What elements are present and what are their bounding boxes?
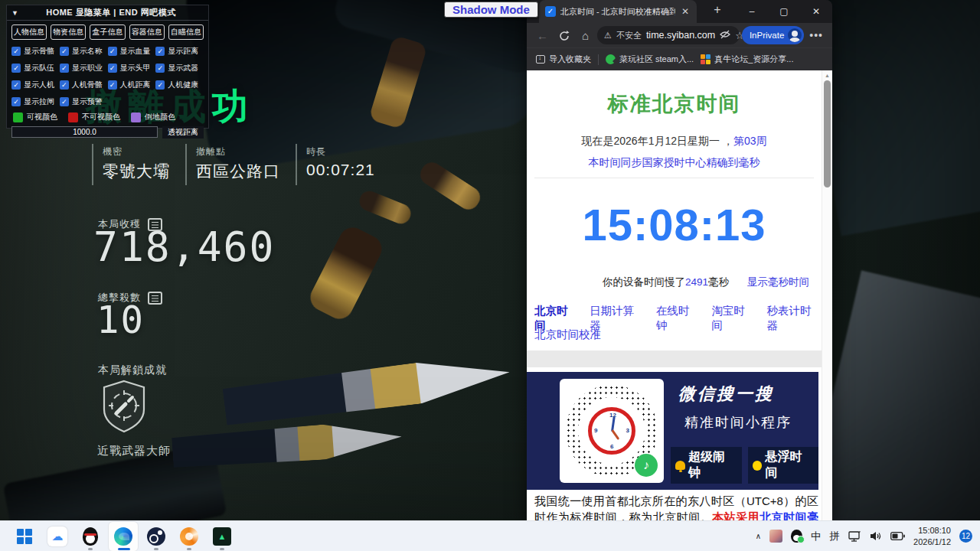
sync-link[interactable]: 本时间同步国家授时中心精确到毫秒 xyxy=(527,156,822,170)
checkbox-checked-icon[interactable]: ✓ xyxy=(108,47,117,56)
tab-bar: ✓ 北京时间 - 北京时间校准精确到毫秒 ✕ + – ▢ ✕ xyxy=(527,0,832,23)
nav-stopwatch[interactable]: 秒表计时器 xyxy=(766,304,822,333)
tray-avatar-icon[interactable] xyxy=(769,530,782,543)
invisible-color-setting[interactable]: 不可视颜色 xyxy=(68,112,120,122)
checkbox-item[interactable]: ✓显示骨骼 xyxy=(11,44,60,59)
inprivate-badge[interactable]: InPrivate xyxy=(742,26,804,44)
edge-icon xyxy=(114,527,132,546)
maximize-button[interactable]: ▢ xyxy=(768,0,800,23)
tray-clock[interactable]: 15:08:10 2026/1/12 xyxy=(913,525,951,547)
qr-clock-icon: 12 3 6 9 xyxy=(588,407,635,455)
checkbox-item[interactable]: ✓人机健康 xyxy=(155,77,204,93)
checkbox-checked-icon[interactable]: ✓ xyxy=(11,97,21,106)
back-icon[interactable]: ← xyxy=(533,29,552,42)
tray-qq-icon[interactable] xyxy=(791,530,802,543)
bookmark-caiwan[interactable]: 菜玩社区 steam入... xyxy=(606,54,694,65)
taskbar-edge-app-active[interactable] xyxy=(108,521,139,551)
tab-close-icon[interactable]: ✕ xyxy=(680,6,691,17)
cheat-menu-title: HOME 显隐菜单 | END 网吧模式 xyxy=(18,7,204,18)
hidden-icons-chevron[interactable]: ∧ xyxy=(756,532,761,540)
checkbox-item[interactable]: ✓显示名称 xyxy=(60,44,108,59)
nav-online-clock[interactable]: 在线时钟 xyxy=(656,304,700,333)
visible-color-swatch[interactable] xyxy=(13,112,23,122)
checkbox-item[interactable]: ✓人机距离 xyxy=(108,77,156,93)
battery-icon[interactable] xyxy=(890,532,905,540)
taskbar-steam-app[interactable] xyxy=(141,521,172,551)
harvest-value: 718,460 xyxy=(93,223,275,270)
visible-color-setting[interactable]: 可视颜色 xyxy=(13,112,57,122)
taskbar-game-launcher-app[interactable]: ▲ xyxy=(207,521,237,551)
nav-time-calibration[interactable]: 北京时间校准 xyxy=(534,328,601,342)
url-field[interactable]: ⚠ 不安全 time.syiban.com ☆ xyxy=(597,26,740,44)
checkbox-checked-icon[interactable]: ✓ xyxy=(11,80,21,90)
checkbox-item[interactable]: ✓显示距离 xyxy=(155,44,204,59)
notification-badge[interactable]: 12 xyxy=(959,530,972,543)
checkbox-checked-icon[interactable]: ✓ xyxy=(108,80,117,90)
checkbox-item[interactable]: ✓显示预警 xyxy=(60,94,108,109)
stat-evac-point: 撤離點 西區公路口 xyxy=(185,144,296,185)
collapse-arrow-icon[interactable]: ▼ xyxy=(11,9,18,17)
checkbox-checked-icon[interactable]: ✓ xyxy=(60,47,69,56)
checkbox-checked-icon[interactable]: ✓ xyxy=(155,80,165,90)
ime-pinyin-indicator[interactable]: 拼 xyxy=(830,530,841,543)
bookmark-import-favorites[interactable]: 导入收藏夹 xyxy=(536,54,591,65)
cheat-menu-header[interactable]: ▼ HOME 显隐菜单 | END 网吧模式 xyxy=(7,5,208,21)
show-ms-link[interactable]: 显示毫秒时间 xyxy=(747,276,809,288)
menu-button-box-info[interactable]: 盒子信息 xyxy=(90,24,125,40)
bookmark-zhenniu[interactable]: 真牛论坛_资源分享... xyxy=(701,54,793,65)
browser-tab[interactable]: ✓ 北京时间 - 北京时间校准精确到毫秒 ✕ xyxy=(539,0,697,23)
checkbox-checked-icon[interactable]: ✓ xyxy=(11,64,21,73)
stat-duration: 時長 00:07:21 xyxy=(296,144,390,185)
checkbox-item[interactable]: ✓显示拉闸 xyxy=(11,94,60,109)
downed-color-setting[interactable]: 倒地颜色 xyxy=(131,112,175,122)
settings-menu-icon[interactable]: ••• xyxy=(806,29,826,41)
checkbox-checked-icon[interactable]: ✓ xyxy=(11,47,21,56)
taskbar-qq-app[interactable] xyxy=(75,521,106,551)
checkbox-item[interactable]: ✓显示武器 xyxy=(155,60,204,76)
checkbox-checked-icon[interactable]: ✓ xyxy=(108,64,117,73)
checkbox-checked-icon[interactable]: ✓ xyxy=(60,80,69,90)
windows-logo-icon xyxy=(17,529,32,544)
start-button[interactable] xyxy=(9,521,40,551)
week-link[interactable]: 第03周 xyxy=(733,135,767,147)
wechat-banner[interactable]: 12 3 6 9 ♪ 微信搜一搜 精准时间小程序 超级闹钟 悬浮时间 xyxy=(527,372,818,490)
checkbox-item[interactable]: ✓人机骨骼 xyxy=(60,77,108,93)
cast-device-icon[interactable] xyxy=(848,531,861,542)
checkbox-item[interactable]: ✓显示职业 xyxy=(60,60,108,76)
checkbox-checked-icon[interactable]: ✓ xyxy=(60,64,69,73)
profile-avatar[interactable] xyxy=(788,28,802,42)
scrollbar-thumb[interactable] xyxy=(824,80,831,187)
scroll-up-arrow-icon[interactable]: ▲ xyxy=(822,70,832,78)
checkbox-item[interactable]: ✓显示队伍 xyxy=(11,60,60,76)
menu-button-container-info[interactable]: 容器信息 xyxy=(129,24,165,40)
checkbox-checked-icon[interactable]: ✓ xyxy=(155,64,165,73)
menu-button-loot-info[interactable]: 物资信息 xyxy=(51,24,86,40)
cheat-menu-tabs: 人物信息 物资信息 盒子信息 容器信息 自瞄信息 xyxy=(7,21,208,42)
url-text[interactable]: time.syiban.com xyxy=(646,30,715,41)
menu-button-player-info[interactable]: 人物信息 xyxy=(11,24,47,40)
volume-icon[interactable] xyxy=(870,531,882,541)
ime-chinese-indicator[interactable]: 中 xyxy=(811,530,822,543)
new-tab-button[interactable]: + xyxy=(709,3,726,17)
alarm-chip: 超级闹钟 xyxy=(671,447,742,484)
page-scrollbar[interactable]: ▲ xyxy=(822,70,832,520)
checkbox-item[interactable]: ✓显示人机 xyxy=(11,77,60,93)
refresh-icon[interactable] xyxy=(554,29,573,42)
esp-distance-slider[interactable]: 1000.0 xyxy=(11,126,158,138)
menu-button-aimbot-info[interactable]: 自瞄信息 xyxy=(168,24,204,40)
taskbar-cloud-app[interactable]: ☁ xyxy=(42,521,73,551)
eye-off-icon[interactable] xyxy=(720,30,730,41)
minimize-button[interactable]: – xyxy=(736,0,768,23)
checkbox-checked-icon[interactable]: ✓ xyxy=(60,97,69,106)
list-icon xyxy=(148,292,162,305)
close-button[interactable]: ✕ xyxy=(800,0,832,23)
nav-taobao-time[interactable]: 淘宝时间 xyxy=(711,304,755,333)
invisible-color-swatch[interactable] xyxy=(68,112,78,122)
checkbox-item[interactable]: ✓显示血量 xyxy=(108,44,156,59)
active-indicator xyxy=(118,548,130,550)
checkbox-item[interactable]: ✓显示头甲 xyxy=(108,60,156,76)
home-icon[interactable]: ⌂ xyxy=(576,29,595,42)
checkbox-checked-icon[interactable]: ✓ xyxy=(155,47,165,56)
downed-color-swatch[interactable] xyxy=(131,112,141,122)
taskbar-orange-app[interactable] xyxy=(174,521,204,551)
